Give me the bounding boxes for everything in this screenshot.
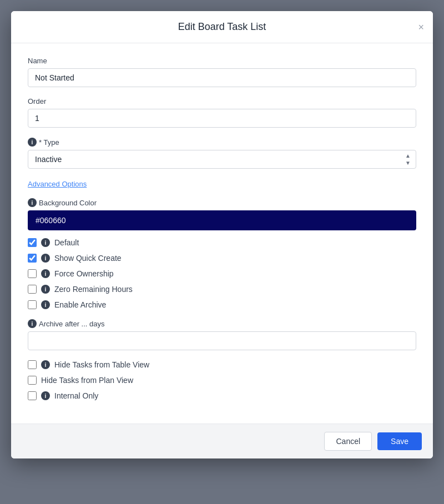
color-swatch[interactable]: #060660: [28, 210, 416, 230]
modal-dialog: Edit Board Task List × Name Order i * Ty…: [11, 11, 433, 458]
modal-body: Name Order i * Type Inactive Active: [11, 43, 433, 424]
zero-remaining-label: Zero Remaining Hours: [54, 285, 133, 294]
archive-days-label-row: i Archive after ... days: [28, 319, 416, 328]
modal-title: Edit Board Task List: [178, 21, 266, 33]
archive-days-group: i Archive after ... days: [28, 319, 416, 350]
color-value: #060660: [36, 216, 66, 225]
default-checkbox[interactable]: [28, 238, 37, 247]
enable-archive-checkbox[interactable]: [28, 300, 37, 309]
internal-only-info-icon: i: [41, 391, 50, 400]
default-label: Default: [54, 238, 79, 247]
checkbox-enable-archive[interactable]: i Enable Archive: [28, 300, 416, 309]
hide-plan-checkbox[interactable]: [28, 376, 37, 385]
checkbox-show-quick-create[interactable]: i Show Quick Create: [28, 254, 416, 263]
hide-table-info-icon: i: [41, 360, 50, 369]
hide-plan-label: Hide Tasks from Plan View: [41, 376, 133, 385]
close-button[interactable]: ×: [418, 22, 424, 32]
internal-only-checkbox[interactable]: [28, 391, 37, 400]
order-input[interactable]: [28, 109, 416, 128]
save-button[interactable]: Save: [377, 432, 422, 450]
zero-remaining-checkbox[interactable]: [28, 285, 37, 294]
advanced-options-link[interactable]: Advanced Options: [28, 180, 87, 188]
archive-days-input[interactable]: [28, 331, 416, 350]
hide-table-label: Hide Tasks from Table View: [54, 360, 149, 369]
zero-remaining-info-icon: i: [41, 285, 50, 294]
show-quick-create-label: Show Quick Create: [54, 254, 122, 263]
background-color-group: i Background Color #060660: [28, 198, 416, 230]
force-ownership-label: Force Ownership: [54, 269, 114, 278]
checkbox-internal-only[interactable]: i Internal Only: [28, 391, 416, 400]
modal-footer: Cancel Save: [11, 424, 433, 458]
background-color-label-row: i Background Color: [28, 198, 416, 207]
modal-overlay: Edit Board Task List × Name Order i * Ty…: [0, 0, 444, 504]
type-required-marker: *: [39, 138, 42, 147]
checkbox-hide-table[interactable]: i Hide Tasks from Table View: [28, 360, 416, 369]
checkbox-zero-remaining[interactable]: i Zero Remaining Hours: [28, 285, 416, 294]
type-info-icon: i: [28, 138, 37, 147]
hide-table-checkbox[interactable]: [28, 360, 37, 369]
default-info-icon: i: [41, 238, 50, 247]
checkbox-default[interactable]: i Default: [28, 238, 416, 247]
enable-archive-info-icon: i: [41, 300, 50, 309]
name-label: Name: [28, 57, 416, 65]
type-select[interactable]: Inactive Active Complete: [28, 150, 416, 169]
show-quick-create-info-icon: i: [41, 254, 50, 263]
archive-days-info-icon: i: [28, 319, 37, 328]
type-select-wrapper: Inactive Active Complete ▲ ▼: [28, 150, 416, 169]
order-field-group: Order: [28, 97, 416, 128]
force-ownership-checkbox[interactable]: [28, 269, 37, 278]
modal-header: Edit Board Task List ×: [11, 11, 433, 43]
checkboxes-group-2: i Hide Tasks from Table View Hide Tasks …: [28, 360, 416, 400]
type-label-row: i * Type: [28, 138, 416, 147]
order-label: Order: [28, 97, 416, 105]
type-field-group: i * Type Inactive Active Complete ▲ ▼: [28, 138, 416, 169]
checkbox-force-ownership[interactable]: i Force Ownership: [28, 269, 416, 278]
checkboxes-group-1: i Default i Show Quick Create i Force: [28, 238, 416, 309]
force-ownership-info-icon: i: [41, 269, 50, 278]
archive-days-label: Archive after ... days: [39, 320, 105, 328]
internal-only-label: Internal Only: [54, 391, 98, 400]
type-label: Type: [43, 138, 59, 147]
name-input[interactable]: [28, 68, 416, 87]
background-color-label: Background Color: [39, 199, 97, 207]
enable-archive-label: Enable Archive: [54, 300, 106, 309]
name-field-group: Name: [28, 57, 416, 87]
background-color-info-icon: i: [28, 198, 37, 207]
cancel-button[interactable]: Cancel: [324, 432, 372, 451]
checkbox-hide-plan[interactable]: Hide Tasks from Plan View: [28, 376, 416, 385]
show-quick-create-checkbox[interactable]: [28, 254, 37, 263]
